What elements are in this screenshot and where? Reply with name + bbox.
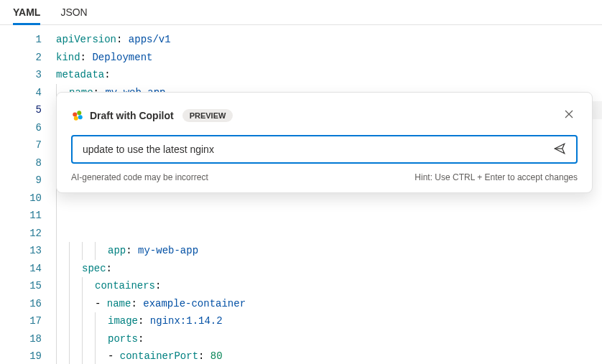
prompt-input-wrap <box>71 135 578 164</box>
close-icon <box>563 108 575 120</box>
tabbar: YAML JSON <box>0 0 602 25</box>
close-button[interactable] <box>560 106 578 125</box>
tab-json[interactable]: JSON <box>60 1 87 25</box>
svg-point-2 <box>78 115 83 119</box>
code-content[interactable]: apiVersion: apps/v1 kind: Deployment met… <box>56 31 602 364</box>
send-button[interactable] <box>550 139 569 160</box>
send-icon <box>553 142 566 155</box>
tab-yaml[interactable]: YAML <box>13 1 40 25</box>
code-editor[interactable]: 1 2 3 4 5 6 7 8 9 10 11 12 13 14 15 16 1… <box>0 25 602 364</box>
preview-badge: PREVIEW <box>182 109 233 122</box>
svg-point-3 <box>74 116 78 120</box>
ai-disclaimer: AI-generated code may be incorrect <box>71 172 208 182</box>
popup-title: Draft with Copilot <box>90 110 174 121</box>
accept-hint: Hint: Use CTRL + Enter to accept changes <box>415 172 578 182</box>
copilot-icon <box>71 109 84 122</box>
prompt-input[interactable] <box>83 144 550 155</box>
copilot-popup: Draft with Copilot PREVIEW AI-generated … <box>56 92 593 193</box>
line-number-gutter: 1 2 3 4 5 6 7 8 9 10 11 12 13 14 15 16 1… <box>0 31 56 364</box>
svg-point-0 <box>73 112 77 116</box>
popup-header: Draft with Copilot PREVIEW <box>71 106 578 125</box>
svg-point-1 <box>77 111 81 115</box>
popup-footer: AI-generated code may be incorrect Hint:… <box>71 172 578 182</box>
